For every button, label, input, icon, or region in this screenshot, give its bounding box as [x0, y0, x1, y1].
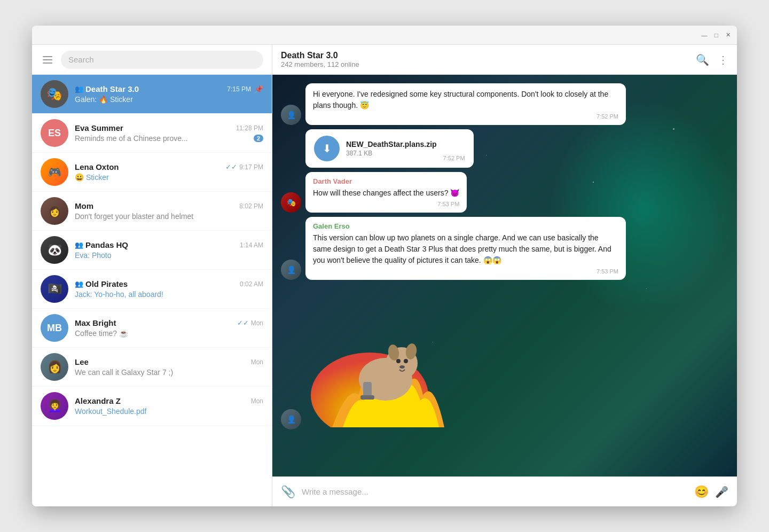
file-download-button[interactable]: ⬇ [314, 136, 340, 161]
chat-preview-lena: 😀 Sticker [75, 173, 109, 182]
chat-header-name: Death Star 3.0 [281, 51, 359, 60]
msg-avatar-1: 👤 [281, 105, 301, 125]
chat-preview-eva: Reminds me of a Chinese prove... [75, 134, 188, 143]
avatar-pandas: 🐼 [41, 236, 68, 264]
chat-info-alexandra: Alexandra Z Mon Workout_Shedule.pdf [75, 396, 263, 416]
chat-item-alexandra[interactable]: 👩‍🦱 Alexandra Z Mon Workout_Shedule.pdf [32, 387, 272, 426]
chat-item-lena[interactable]: 🎮 Lena Oxton ✓✓ 9:17 PM 😀 Sticker [32, 153, 272, 192]
chat-name-pandas: 👥 Pandas HQ [75, 240, 128, 249]
mic-button[interactable]: 🎤 [715, 486, 728, 498]
avatar-mom: 👩 [41, 197, 68, 225]
chat-item-pandas[interactable]: 🐼 👥 Pandas HQ 1:14 AM Eva: Photo [32, 231, 272, 270]
maximize-button[interactable]: □ [712, 32, 720, 39]
chat-info-death-star: 👥 Death Star 3.0 7:15 PM 📌 Galen: 🔥 Stic… [75, 84, 263, 104]
sticker-svg [305, 288, 466, 427]
chat-item-pirates[interactable]: 🏴‍☠️ 👥 Old Pirates 0:02 AM Jack: Yo-ho-h… [32, 270, 272, 309]
avatar-lena: 🎮 [41, 158, 68, 186]
chat-time-pirates: 0:02 AM [240, 280, 263, 288]
msg-avatar-sticker: 👤 [281, 409, 301, 429]
avatar-alexandra: 👩‍🦱 [41, 392, 68, 420]
bubble-vader: Darth Vader How will these changes affec… [305, 172, 467, 213]
message-row-file: ⬇ NEW_DeathStar.plans.zip 387.1 KB 7:52 … [281, 129, 728, 168]
chat-bottom-max: Coffee time? ☕ [75, 329, 263, 338]
chat-time: 7:15 PM [227, 85, 251, 93]
bubble-galen: Galen Erso This version can blow up two … [305, 217, 626, 280]
sidebar-header [32, 45, 272, 75]
svg-point-7 [399, 365, 405, 369]
hamburger-button[interactable] [41, 54, 54, 66]
chat-time-lena: 9:17 PM [239, 163, 263, 171]
chat-info-max: Max Bright ✓✓ Mon Coffee time? ☕ [75, 318, 263, 338]
chat-info-mom: Mom 8:02 PM Don't forget your blaster an… [75, 201, 263, 221]
title-bar: — □ ✕ [32, 26, 737, 45]
chat-name-eva: Eva Summer [75, 123, 123, 132]
chat-preview-max: Coffee time? ☕ [75, 329, 128, 338]
file-time: 7:52 PM [443, 155, 465, 161]
chat-name-lena: Lena Oxton [75, 162, 119, 171]
emoji-button[interactable]: 😊 [694, 485, 709, 499]
search-input[interactable] [68, 55, 256, 64]
chat-preview: Galen: 🔥 Sticker [75, 95, 133, 104]
chat-item-death-star[interactable]: 🎭 👥 Death Star 3.0 7:15 PM 📌 [32, 75, 272, 114]
badge-eva: 2 [254, 135, 263, 142]
check-icon-max: ✓✓ [237, 319, 249, 327]
chat-info-lee: Lee Mon We can call it Galaxy Star 7 ;) [75, 357, 263, 377]
chat-item-max[interactable]: MB Max Bright ✓✓ Mon Coffee time? ☕ [32, 309, 272, 348]
chat-preview-lee: We can call it Galaxy Star 7 ;) [75, 368, 173, 377]
max-meta: ✓✓ Mon [237, 319, 263, 327]
chat-preview-pandas: Eva: Photo [75, 251, 112, 260]
chat-top-alexandra: Alexandra Z Mon [75, 396, 263, 405]
chat-top-pirates: 👥 Old Pirates 0:02 AM [75, 279, 263, 288]
title-bar-controls: — □ ✕ [701, 32, 732, 39]
bubble-time-vader: 7:53 PM [313, 201, 459, 207]
chat-top-eva: Eva Summer 11:28 PM [75, 123, 263, 132]
chat-time-pandas: 1:14 AM [240, 241, 263, 249]
avatar-lee: 👩 [41, 353, 68, 381]
chat-item-eva-summer[interactable]: ES Eva Summer 11:28 PM Reminds me of a C… [32, 114, 272, 153]
chat-top-lena: Lena Oxton ✓✓ 9:17 PM [75, 162, 263, 171]
chat-name-pirates: 👥 Old Pirates [75, 279, 128, 288]
close-button[interactable]: ✕ [724, 32, 732, 39]
chat-info-eva: Eva Summer 11:28 PM Reminds me of a Chin… [75, 123, 263, 143]
chat-info-lena: Lena Oxton ✓✓ 9:17 PM 😀 Sticker [75, 162, 263, 182]
chat-name-lee: Lee [75, 357, 89, 366]
check-icon-lena: ✓✓ [225, 163, 237, 171]
chat-top-mom: Mom 8:02 PM [75, 201, 263, 210]
chat-bottom-pandas: Eva: Photo [75, 251, 263, 260]
file-bubble: ⬇ NEW_DeathStar.plans.zip 387.1 KB 7:52 … [305, 129, 474, 168]
minimize-button[interactable]: — [701, 32, 708, 39]
chat-name-death-star: 👥 Death Star 3.0 [75, 84, 139, 93]
chat-top-lee: Lee Mon [75, 357, 263, 366]
chat-name-alexandra: Alexandra Z [75, 396, 121, 405]
main-content: 🎭 👥 Death Star 3.0 7:15 PM 📌 [32, 45, 737, 506]
search-icon[interactable]: 🔍 [696, 53, 709, 66]
chat-top-max: Max Bright ✓✓ Mon [75, 318, 263, 327]
message-input[interactable] [302, 487, 688, 496]
file-size: 387.1 KB [346, 150, 437, 157]
chat-header: Death Star 3.0 242 members, 112 online 🔍… [272, 45, 737, 75]
message-row-1: 👤 Hi everyone. I've redesigned some key … [281, 83, 728, 125]
chat-bottom: Galen: 🔥 Sticker [75, 95, 263, 104]
chat-bottom-eva: Reminds me of a Chinese prove... 2 [75, 134, 263, 143]
more-options-icon[interactable]: ⋮ [718, 53, 728, 66]
chat-time-eva: 11:28 PM [236, 124, 263, 132]
sticker-container [305, 288, 466, 429]
file-time-wrapper: 7:52 PM [443, 153, 465, 161]
chat-bottom-pirates: Jack: Yo-ho-ho, all aboard! [75, 290, 263, 299]
sidebar: 🎭 👥 Death Star 3.0 7:15 PM 📌 [32, 45, 272, 506]
chat-header-info: Death Star 3.0 242 members, 112 online [281, 51, 359, 68]
chat-top-pandas: 👥 Pandas HQ 1:14 AM [75, 240, 263, 249]
chat-item-lee[interactable]: 👩 Lee Mon We can call it Galaxy Star 7 ;… [32, 348, 272, 387]
chat-bottom-mom: Don't forget your blaster and helmet [75, 212, 263, 221]
file-info: NEW_DeathStar.plans.zip 387.1 KB [346, 140, 437, 157]
attach-button[interactable]: 📎 [281, 485, 295, 499]
lena-meta: ✓✓ 9:17 PM [225, 163, 263, 171]
chat-bottom-lee: We can call it Galaxy Star 7 ;) [75, 368, 263, 377]
chat-time-mom: 8:02 PM [239, 202, 263, 210]
search-input-wrapper[interactable] [61, 51, 263, 69]
chat-item-mom[interactable]: 👩 Mom 8:02 PM Don't forget your blaster … [32, 192, 272, 231]
chat-bottom-alexandra: Workout_Shedule.pdf [75, 407, 263, 416]
chat-info-pandas: 👥 Pandas HQ 1:14 AM Eva: Photo [75, 240, 263, 260]
hamburger-line-1 [43, 56, 52, 57]
download-arrow-icon: ⬇ [323, 142, 332, 155]
